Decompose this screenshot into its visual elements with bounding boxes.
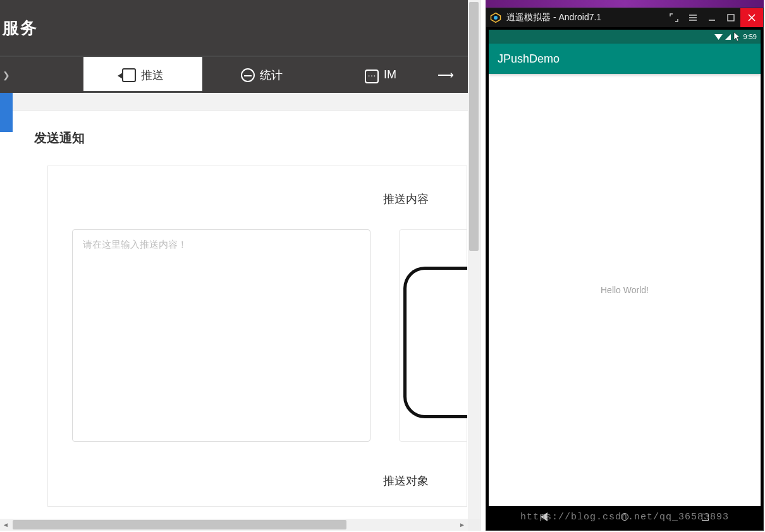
tab-more[interactable]: ⟶	[440, 57, 451, 93]
push-target-label: 推送对象	[48, 473, 467, 488]
im-icon	[365, 70, 379, 83]
tab-push[interactable]: 推送	[83, 57, 202, 93]
emulator-window-title: 逍遥模拟器 - Android7.1	[506, 12, 601, 23]
phone-preview	[399, 229, 467, 442]
dashboard-header: 服务	[0, 0, 480, 57]
wifi-icon	[714, 33, 723, 40]
android-app-bar: JPushDemo	[489, 44, 761, 74]
tab-im[interactable]: IM	[321, 57, 440, 93]
vertical-scroll-thumb[interactable]	[469, 2, 479, 251]
desktop-wallpaper-strip	[486, 0, 764, 8]
app-title: JPushDemo	[498, 52, 560, 66]
android-status-bar: 9:59	[489, 30, 761, 44]
horizontal-scrollbar[interactable]: ◄ ►	[0, 519, 468, 531]
close-button[interactable]	[740, 8, 763, 27]
tab-stats[interactable]: 统计	[202, 57, 321, 93]
sub-strip	[0, 93, 480, 111]
nav-recent-icon[interactable]	[702, 514, 709, 521]
signal-icon	[725, 34, 731, 40]
push-content-label: 推送内容	[48, 191, 467, 207]
svg-rect-2	[728, 15, 734, 21]
tab-im-label: IM	[384, 68, 396, 82]
emulator-window: 逍遥模拟器 - Android7.1 9:59 JPushDemo	[486, 8, 764, 531]
svg-point-1	[494, 16, 498, 20]
hscroll-track[interactable]	[11, 519, 456, 531]
android-nav-bar: https://blog.csdn.net/qq_36583893	[489, 506, 761, 528]
section-title: 发送通知	[34, 130, 467, 147]
tab-stats-label: 统计	[260, 68, 283, 83]
cursor-icon	[733, 32, 741, 42]
push-icon	[122, 68, 136, 82]
nav-back-icon[interactable]	[541, 512, 548, 521]
hello-world-text: Hello World!	[601, 285, 649, 295]
push-content-input[interactable]	[72, 229, 370, 442]
emulator-titlebar[interactable]: 逍遥模拟器 - Android7.1	[486, 8, 763, 27]
hscroll-thumb[interactable]	[13, 520, 346, 529]
vertical-scrollbar[interactable]	[468, 0, 480, 519]
push-panel: 推送内容 推送对象	[47, 166, 467, 507]
tab-push-label: 推送	[141, 68, 164, 83]
android-app-content: Hello World!	[489, 74, 761, 506]
minimize-button[interactable]	[702, 8, 721, 27]
stats-icon	[241, 68, 255, 82]
emulator-logo-icon	[490, 12, 501, 23]
fullscreen-button[interactable]	[664, 8, 683, 27]
menu-button[interactable]	[683, 8, 702, 27]
sidebar-active-indicator	[0, 93, 13, 132]
scroll-corner	[468, 519, 480, 531]
nav-scroll-left[interactable]: ❯	[0, 57, 13, 93]
status-time: 9:59	[744, 33, 757, 40]
emulator-screen: 9:59 JPushDemo Hello World! https://blog…	[489, 30, 761, 528]
header-title: 服务	[3, 17, 38, 39]
hscroll-left-button[interactable]: ◄	[0, 521, 11, 528]
dashboard-pane: 服务 ❯ 推送 统计 IM ⟶ ❯ ❯ 发送通知 推送内容 推送对象	[0, 0, 480, 531]
content-area: ❯ ❯ 发送通知 推送内容 推送对象	[13, 111, 467, 524]
nav-home-icon[interactable]	[621, 513, 628, 521]
maximize-button[interactable]	[721, 8, 740, 27]
hscroll-right-button[interactable]: ►	[456, 521, 468, 528]
dashboard-nav: ❯ 推送 统计 IM ⟶	[0, 57, 480, 93]
